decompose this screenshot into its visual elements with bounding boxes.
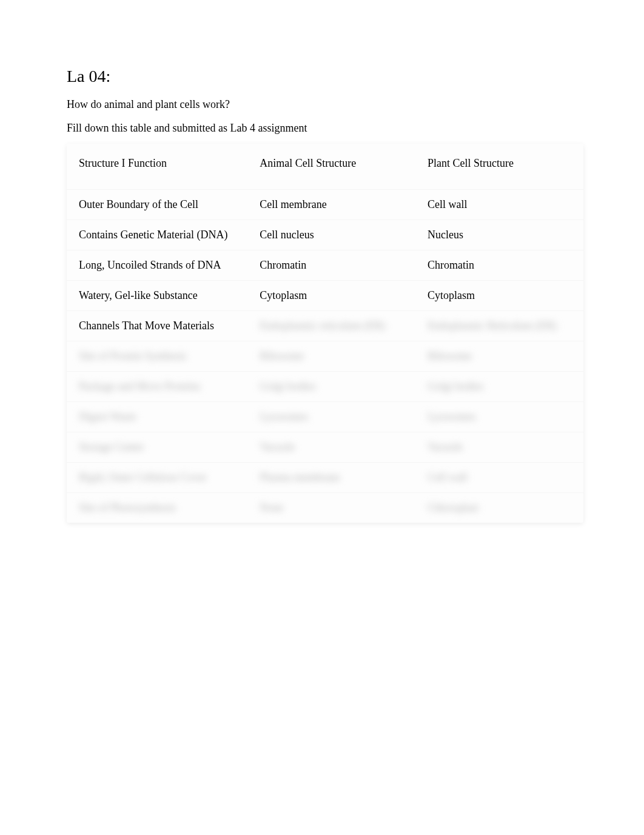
table-header-row: Structure I Function Animal Cell Structu…	[67, 144, 583, 189]
page-title: La 04:	[67, 67, 583, 86]
cell-plant: Cell wall	[415, 189, 583, 220]
table-row: Storage Center Vacuole Vacuole	[67, 432, 583, 462]
table-row: Long, Uncoiled Strands of DNA Chromatin …	[67, 250, 583, 280]
cell-animal: Ribosome	[247, 341, 415, 371]
table-row: Outer Boundary of the Cell Cell membrane…	[67, 189, 583, 220]
cell-animal: None	[247, 492, 415, 523]
cell-plant: Cytoplasm	[415, 280, 583, 310]
cell-function: Contains Genetic Material (DNA)	[67, 220, 247, 250]
cell-plant: Endoplasmic Reticulum (ER)	[415, 310, 583, 341]
cell-animal: Cell membrane	[247, 189, 415, 220]
table-row: Channels That Move Materials Endoplasmic…	[67, 310, 583, 341]
cell-structure-table: Structure I Function Animal Cell Structu…	[67, 144, 583, 523]
cell-function: Site of Photosynthesis	[67, 492, 247, 523]
cell-plant: Chromatin	[415, 250, 583, 280]
cell-function: Site of Protein Synthesis	[67, 341, 247, 371]
subtitle-text: How do animal and plant cells work?	[67, 98, 583, 111]
table-row: Site of Photosynthesis None Chloroplast	[67, 492, 583, 523]
table-row: Rigid, Outer Cellulose Cover Plasma memb…	[67, 462, 583, 492]
cell-plant: Lysosomes	[415, 401, 583, 432]
cell-plant: Ribosome	[415, 341, 583, 371]
cell-plant: Cell wall	[415, 462, 583, 492]
header-animal-cell: Animal Cell Structure	[247, 144, 415, 189]
cell-animal: Lysosomes	[247, 401, 415, 432]
cell-animal: Vacuole	[247, 432, 415, 462]
cell-animal: Plasma membrane	[247, 462, 415, 492]
cell-plant: Vacuole	[415, 432, 583, 462]
cell-function: Digest Waste	[67, 401, 247, 432]
header-plant-cell: Plant Cell Structure	[415, 144, 583, 189]
cell-animal: Cell nucleus	[247, 220, 415, 250]
cell-function: Outer Boundary of the Cell	[67, 189, 247, 220]
table-row: Package and Move Proteins Golgi bodies G…	[67, 371, 583, 401]
table-container: Structure I Function Animal Cell Structu…	[67, 144, 583, 523]
cell-function: Watery, Gel-like Substance	[67, 280, 247, 310]
table-row: Watery, Gel-like Substance Cytoplasm Cyt…	[67, 280, 583, 310]
cell-function: Storage Center	[67, 432, 247, 462]
table-row: Digest Waste Lysosomes Lysosomes	[67, 401, 583, 432]
instruction-text: Fill down this table and submitted as La…	[67, 122, 583, 135]
table-row: Contains Genetic Material (DNA) Cell nuc…	[67, 220, 583, 250]
cell-animal: Golgi bodies	[247, 371, 415, 401]
cell-plant: Chloroplast	[415, 492, 583, 523]
cell-animal: Chromatin	[247, 250, 415, 280]
cell-function: Channels That Move Materials	[67, 310, 247, 341]
cell-animal: Cytoplasm	[247, 280, 415, 310]
cell-animal: Endoplasmic reticulum (ER)	[247, 310, 415, 341]
cell-function: Long, Uncoiled Strands of DNA	[67, 250, 247, 280]
header-structure-function: Structure I Function	[67, 144, 247, 189]
cell-plant: Golgi bodies	[415, 371, 583, 401]
cell-plant: Nucleus	[415, 220, 583, 250]
table-row: Site of Protein Synthesis Ribosome Ribos…	[67, 341, 583, 371]
table-body: Outer Boundary of the Cell Cell membrane…	[67, 189, 583, 523]
cell-function: Package and Move Proteins	[67, 371, 247, 401]
cell-function: Rigid, Outer Cellulose Cover	[67, 462, 247, 492]
